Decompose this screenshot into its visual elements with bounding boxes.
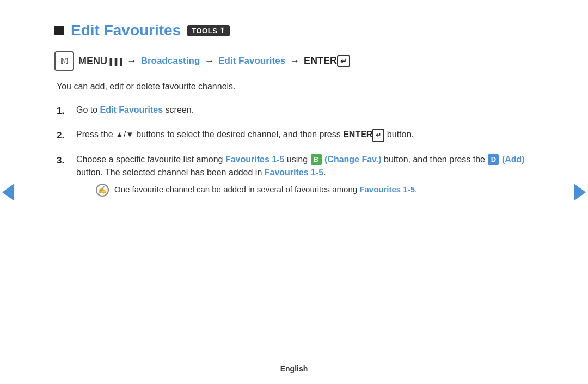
step-2-content: Press the ▲/▼ buttons to select the desi… (76, 128, 544, 142)
btn-d-icon: D (488, 154, 499, 165)
step-3-content: Choose a specific favourite list among F… (76, 153, 544, 197)
next-page-button[interactable] (572, 179, 588, 206)
enter-icon: ↵ (337, 55, 350, 67)
enter-label: ENTER↵ (304, 55, 350, 67)
title-square-icon (54, 26, 64, 35)
menu-label: MENU▐▐▐ (78, 56, 122, 67)
step-2: 2. Press the ▲/▼ buttons to select the d… (57, 128, 544, 143)
tools-badge: TOOLS⤒ (187, 25, 230, 36)
note-block: ✍ One favourite channel can be added in … (96, 183, 544, 197)
step-1-content: Go to Edit Favourites screen. (76, 103, 544, 117)
page-title: Edit Favourites (71, 22, 181, 39)
step-3-number: 3. (57, 153, 69, 168)
arrows-symbol: ▲/▼ (115, 130, 134, 139)
add-label: (Add) (502, 155, 525, 164)
prev-page-button[interactable] (0, 179, 16, 206)
left-arrow-icon (2, 184, 14, 201)
nav-arrow-1: → (127, 56, 137, 67)
edit-favourites-link: Edit Favourites (218, 56, 285, 66)
tools-icon: ⤒ (219, 27, 225, 34)
steps-list: 1. Go to Edit Favourites screen. 2. Pres… (57, 103, 544, 197)
menu-icon: 𝕄 (54, 51, 74, 71)
note-icon: ✍ (96, 184, 109, 197)
menu-navigation: 𝕄 MENU▐▐▐ → Broadcasting → Edit Favourit… (54, 51, 544, 71)
footer-language: English (280, 364, 308, 373)
step-1-blue-text: Edit Favourites (100, 105, 163, 114)
note-favourites-link: Favourites 1-5 (359, 185, 415, 194)
tools-label: TOOLS (192, 27, 217, 35)
step-1-number: 1. (57, 103, 69, 118)
page-description: You can add, edit or delete favourite ch… (57, 82, 544, 92)
step-3-favourites-1: Favourites 1-5 (225, 155, 284, 164)
step-3: 3. Choose a specific favourite list amon… (57, 153, 544, 197)
step-1: 1. Go to Edit Favourites screen. (57, 103, 544, 118)
right-arrow-icon (574, 184, 586, 201)
note-text: One favourite channel can be added in se… (114, 183, 417, 196)
nav-arrow-2: → (204, 56, 214, 67)
nav-arrow-3: → (290, 56, 299, 67)
btn-b-icon: B (311, 154, 322, 165)
broadcasting-link: Broadcasting (141, 56, 200, 66)
step-3-favourites-2: Favourites 1-5 (265, 168, 323, 177)
change-fav-label: (Change Fav.) (324, 155, 382, 164)
page-footer: English (0, 364, 588, 373)
step-2-number: 2. (57, 128, 69, 143)
enter-icon-2: ↵ (372, 129, 384, 142)
enter-bold: ENTER↵ (343, 130, 384, 139)
page-title-row: Edit Favourites TOOLS⤒ (54, 22, 544, 39)
